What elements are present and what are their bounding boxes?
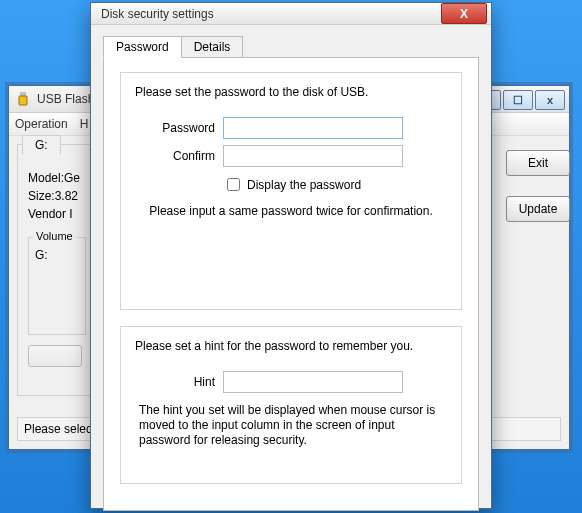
password-intro: Please set the password to the disk of U…	[135, 85, 447, 99]
volume-legend: Volume	[33, 230, 76, 242]
password-row: Password	[135, 117, 447, 139]
exit-button[interactable]: Exit	[506, 150, 570, 176]
usb-icon	[15, 91, 31, 107]
hint-group: Please set a hint for the password to re…	[120, 326, 462, 484]
progress-bar	[28, 345, 82, 367]
hint-message: The hint you set will be displayed when …	[139, 403, 443, 448]
hint-input[interactable]	[223, 371, 403, 393]
disk-security-dialog: Disk security settings X Password Detail…	[90, 2, 492, 509]
display-password-row: Display the password	[223, 175, 447, 194]
maximize-button[interactable]: ☐	[503, 90, 533, 110]
hint-intro: Please set a hint for the password to re…	[135, 339, 447, 353]
confirm-input[interactable]	[223, 145, 403, 167]
password-group: Please set the password to the disk of U…	[120, 72, 462, 310]
password-label: Password	[135, 121, 215, 135]
password-message: Please input a same password twice for c…	[135, 204, 447, 218]
tab-password[interactable]: Password	[103, 36, 182, 58]
dialog-close-button[interactable]: X	[441, 3, 487, 24]
menu-operation[interactable]: Operation	[15, 117, 68, 131]
update-button[interactable]: Update	[506, 196, 570, 222]
tab-details[interactable]: Details	[181, 36, 244, 58]
volume-value: G:	[35, 248, 79, 262]
drive-frame: G: Model:Ge Size:3.82 Vendor I Volume G:	[17, 144, 99, 396]
drive-size: Size:3.82	[28, 187, 88, 205]
confirm-row: Confirm	[135, 145, 447, 167]
password-input[interactable]	[223, 117, 403, 139]
svg-rect-0	[20, 92, 26, 96]
tab-panel: Please set the password to the disk of U…	[103, 57, 479, 511]
svg-rect-1	[19, 96, 27, 105]
drive-tab[interactable]: G:	[22, 135, 61, 155]
drive-info: Model:Ge Size:3.82 Vendor I	[28, 169, 88, 223]
drive-vendor: Vendor I	[28, 205, 88, 223]
dialog-body: Password Details Please set the password…	[91, 25, 491, 513]
display-password-checkbox[interactable]	[227, 178, 240, 191]
dialog-titlebar: Disk security settings X	[91, 3, 491, 25]
menu-help[interactable]: H	[80, 117, 89, 131]
dialog-title: Disk security settings	[101, 7, 441, 21]
drive-model: Model:Ge	[28, 169, 88, 187]
close-button[interactable]: x	[535, 90, 565, 110]
confirm-label: Confirm	[135, 149, 215, 163]
volume-group: Volume G:	[28, 237, 86, 335]
tab-strip: Password Details	[103, 36, 479, 58]
display-password-label: Display the password	[247, 178, 361, 192]
hint-row: Hint	[135, 371, 447, 393]
hint-label: Hint	[135, 375, 215, 389]
